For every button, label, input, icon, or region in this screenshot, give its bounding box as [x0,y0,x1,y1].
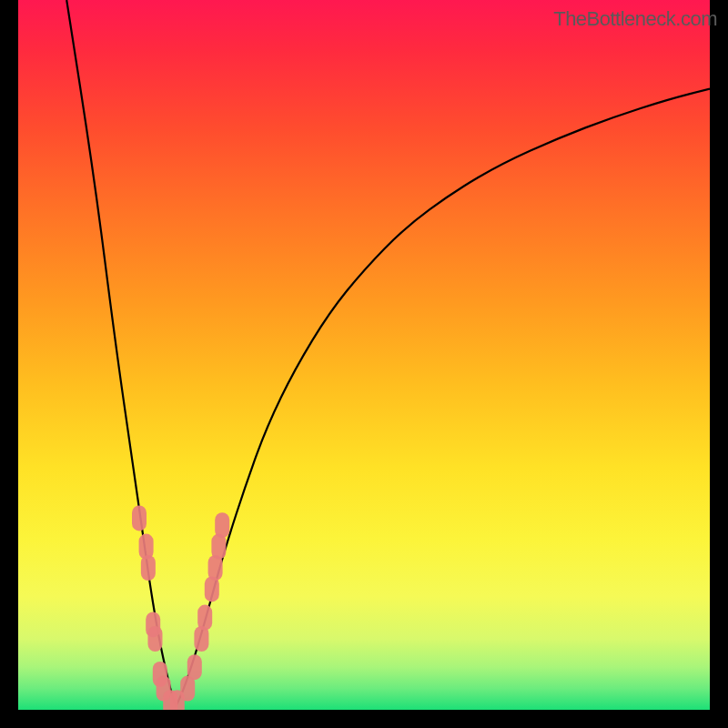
svg-rect-0 [18,0,710,710]
watermark-text: TheBottleneck.com [553,7,717,31]
bottleneck-chart [18,0,710,710]
gradient-background [18,0,710,710]
